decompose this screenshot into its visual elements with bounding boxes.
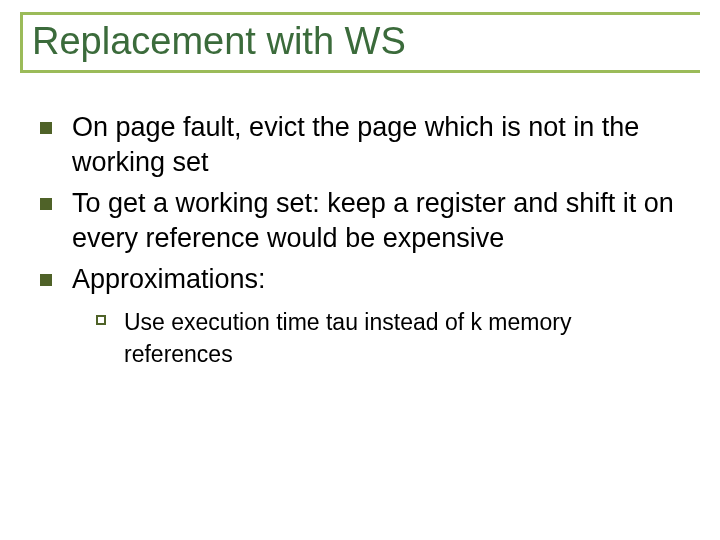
bullet-text: Approximations: — [72, 262, 266, 297]
title-rule-left — [20, 12, 23, 70]
sub-bullet-text: Use execution time tau instead of k memo… — [124, 307, 680, 369]
bullet-icon — [40, 198, 52, 210]
list-item: Approximations: — [40, 262, 680, 297]
slide-title: Replacement with WS — [32, 20, 406, 63]
list-item: On page fault, evict the page which is n… — [40, 110, 680, 180]
sub-bullet-icon — [96, 315, 106, 325]
title-rule-top — [20, 12, 700, 15]
title-rule-bottom — [20, 70, 700, 73]
bullet-text: To get a working set: keep a register an… — [72, 186, 680, 256]
slide-body: On page fault, evict the page which is n… — [40, 110, 680, 370]
sub-list-item: Use execution time tau instead of k memo… — [96, 307, 680, 369]
bullet-icon — [40, 122, 52, 134]
slide: Replacement with WS On page fault, evict… — [0, 0, 720, 540]
list-item: To get a working set: keep a register an… — [40, 186, 680, 256]
bullet-text: On page fault, evict the page which is n… — [72, 110, 680, 180]
bullet-icon — [40, 274, 52, 286]
